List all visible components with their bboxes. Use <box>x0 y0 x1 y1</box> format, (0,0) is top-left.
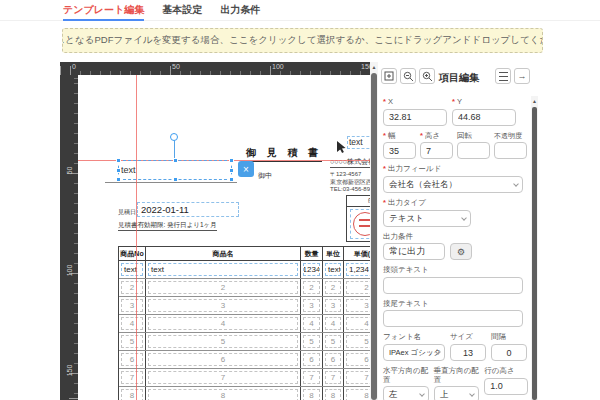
table-field[interactable]: text <box>121 263 143 276</box>
item-edit-panel: 項目編集 → X Y <box>378 62 540 400</box>
selection-handle[interactable] <box>173 177 178 182</box>
gear-icon: ⚙ <box>457 247 465 257</box>
output-condition-input[interactable] <box>383 243 445 260</box>
canvas-scrollbar-thumb[interactable] <box>371 73 377 400</box>
pdf-dropzone-text: ベースとなるPDFファイルを変更する場合、ここをクリックして選択するか、ここにド… <box>62 34 543 47</box>
font-name-select[interactable]: IPAex ゴシック <box>383 344 445 361</box>
table-field[interactable]: 2 <box>121 281 143 294</box>
table-field[interactable]: text <box>148 263 298 276</box>
tab-output-conditions[interactable]: 出力条件 <box>220 0 260 21</box>
rotation-stem <box>174 140 175 160</box>
height-input[interactable] <box>420 142 453 159</box>
table-field[interactable]: 5 <box>325 335 341 348</box>
panel-collapse-button[interactable]: → <box>514 68 530 84</box>
table-field[interactable]: 3 <box>303 299 320 312</box>
table-field[interactable]: 8 <box>325 389 341 400</box>
chevron-down-icon <box>419 391 425 397</box>
table-field[interactable]: 4 <box>303 317 320 330</box>
table-cell: 3 <box>146 297 301 314</box>
panel-menu-button[interactable] <box>495 68 511 84</box>
table-field[interactable]: 7 <box>303 371 320 384</box>
table-field[interactable]: 4 <box>325 317 341 330</box>
table-field[interactable]: 6 <box>121 353 143 366</box>
width-input[interactable] <box>383 142 416 159</box>
table-row: 66666 <box>119 351 378 369</box>
suffix-text-input[interactable] <box>383 310 523 327</box>
table-field[interactable]: 8 <box>148 389 298 400</box>
table-field[interactable]: 5 <box>303 335 320 348</box>
font-name-label: フォント名 <box>383 333 445 342</box>
font-size-input[interactable] <box>450 344 486 361</box>
table-field[interactable]: 7 <box>121 371 143 384</box>
line-height-input[interactable] <box>484 378 528 395</box>
selected-text-field[interactable]: text <box>118 160 232 180</box>
selection-handle[interactable] <box>116 158 121 163</box>
output-field-value: 会社名（会社名） <box>389 179 457 189</box>
h-align-label: 水平方向の配置 <box>383 367 429 384</box>
selection-handle[interactable] <box>116 168 121 173</box>
table-field[interactable]: 8 <box>303 389 320 400</box>
table-cell: 3 <box>323 297 344 314</box>
output-condition-settings-button[interactable]: ⚙ <box>450 243 472 260</box>
rotation-handle[interactable] <box>170 133 178 141</box>
table-field[interactable]: 6 <box>303 353 320 366</box>
table-field[interactable]: 4 <box>121 317 143 330</box>
panel-scrollbar[interactable]: ▲ <box>531 96 538 400</box>
recipient-underline <box>105 182 237 183</box>
opacity-input[interactable] <box>494 142 527 159</box>
quote-validity: 見積書有効期限: 発行日より1ヶ月 <box>118 221 217 231</box>
delete-field-button[interactable]: × <box>238 161 254 177</box>
table-field[interactable]: 3 <box>148 299 298 312</box>
prefix-text-input[interactable] <box>383 277 523 294</box>
tab-basic-settings[interactable]: 基本設定 <box>162 0 202 21</box>
tab-template-edit[interactable]: テンプレート編集 <box>63 0 144 21</box>
menu-icon <box>499 72 508 81</box>
table-cell: text <box>119 261 146 278</box>
y-input[interactable] <box>452 109 516 126</box>
pdf-dropzone-banner[interactable]: ベースとなるPDFファイルを変更する場合、ここをクリックして選択するか、ここにド… <box>62 28 543 53</box>
selection-handle[interactable] <box>229 177 234 182</box>
panel-scrollbar-thumb[interactable] <box>532 107 537 400</box>
table-cell: 5 <box>323 333 344 350</box>
zoom-out-button[interactable] <box>400 68 416 84</box>
font-name-value: IPAex ゴシック <box>389 348 441 357</box>
table-field[interactable]: 2 <box>325 281 341 294</box>
selection-handle[interactable] <box>116 177 121 182</box>
table-field[interactable]: 3 <box>121 299 143 312</box>
table-cell: 3 <box>119 297 146 314</box>
table-field[interactable]: 6 <box>148 353 298 366</box>
zoom-in-button[interactable] <box>419 68 435 84</box>
add-field-button[interactable] <box>381 68 397 84</box>
h-align-select[interactable]: 左 <box>383 386 429 400</box>
table-field[interactable]: 7 <box>148 371 298 384</box>
scroll-up-icon[interactable]: ▲ <box>531 96 538 106</box>
table-field[interactable]: 5 <box>121 335 143 348</box>
x-input[interactable] <box>383 109 447 126</box>
canvas-scrollbar[interactable]: ▲ <box>370 62 378 400</box>
table-field[interactable]: 5 <box>148 335 298 348</box>
line-height-label: 行の高さ <box>484 367 528 376</box>
table-field[interactable]: 1234 <box>303 263 320 276</box>
table-row: 55555 <box>119 333 378 351</box>
table-field[interactable]: 8 <box>121 389 143 400</box>
output-field-select[interactable]: 会社名（会社名） <box>383 176 523 193</box>
table-field[interactable]: text <box>325 263 341 276</box>
selection-handle[interactable] <box>229 158 234 163</box>
table-field[interactable]: 2 <box>303 281 320 294</box>
table-field[interactable]: 2 <box>148 281 298 294</box>
v-align-select[interactable]: 上 <box>434 386 480 400</box>
table-field[interactable]: 4 <box>148 317 298 330</box>
ruler-label: 100 <box>272 63 284 70</box>
table-field[interactable]: 3 <box>325 299 341 312</box>
selection-handle[interactable] <box>173 158 178 163</box>
template-canvas[interactable]: 050100150 50100150 御 見 積 書 text ○○○○株式会社… <box>60 62 378 400</box>
scroll-up-icon[interactable]: ▲ <box>370 62 378 72</box>
quote-date-field[interactable]: 2022-01-11 <box>137 202 239 217</box>
spacing-input[interactable] <box>491 344 527 361</box>
table-field[interactable]: 7 <box>325 371 341 384</box>
table-header-cell: 単位 <box>323 247 344 260</box>
selection-handle[interactable] <box>229 168 234 173</box>
table-field[interactable]: 6 <box>325 353 341 366</box>
output-type-select[interactable]: テキスト <box>383 210 471 227</box>
rotation-input[interactable] <box>457 142 490 159</box>
